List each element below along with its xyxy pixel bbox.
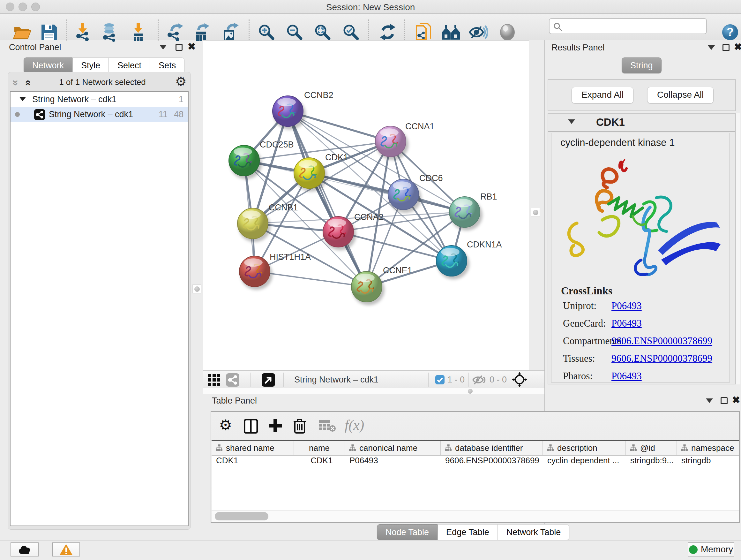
table-panel-float-icon[interactable] xyxy=(721,397,728,404)
table-horizontal-scrollbar[interactable] xyxy=(212,510,739,522)
cloud-services-button[interactable] xyxy=(10,543,39,557)
export-image-button[interactable] xyxy=(219,22,240,43)
graph-node-CCNB2[interactable]: CCNB2 xyxy=(273,90,333,130)
network-row-selected[interactable]: String Network – cdk1 11 48 xyxy=(10,107,188,122)
import-network-database-button[interactable] xyxy=(99,22,120,43)
export-network-button[interactable] xyxy=(165,22,185,43)
save-session-button[interactable] xyxy=(39,22,59,43)
tab-edge-table[interactable]: Edge Table xyxy=(437,524,498,540)
table-cell[interactable]: stringdb:9... xyxy=(626,455,677,470)
crosslink-link[interactable]: P06493 xyxy=(611,300,642,312)
graph-node-HIST1H1A[interactable]: HIST1H1A xyxy=(239,252,311,290)
expand-all-button[interactable]: Expand All xyxy=(571,87,633,104)
tab-network-table[interactable]: Network Table xyxy=(498,524,569,540)
help-button[interactable]: ? xyxy=(720,22,740,43)
column-header-canonical-name[interactable]: canonical name xyxy=(345,441,441,455)
network-graph[interactable]: CCNB2CCNA1CDC25BCDK1CDC6RB1CCNB1CCNA2CDK… xyxy=(203,41,529,370)
table-panel-menu-icon[interactable] xyxy=(706,398,713,403)
fit-content-crosshair-icon[interactable] xyxy=(512,372,527,387)
graph-node-CDKN1A[interactable]: CDKN1A xyxy=(436,240,502,279)
table-cell[interactable]: CDK1 xyxy=(212,455,294,470)
column-header-database-identifier[interactable]: database identifier xyxy=(441,441,543,455)
network-options-gear-icon[interactable]: ⚙ xyxy=(175,74,187,89)
table-cell[interactable]: CDK1 xyxy=(294,455,345,470)
memory-button[interactable]: Memory xyxy=(688,543,734,557)
string-network-icon xyxy=(34,109,45,120)
right-splitter-handle[interactable] xyxy=(531,208,540,217)
function-builder-icon[interactable]: f(x) xyxy=(345,417,364,433)
node-table[interactable]: shared namenamecanonical namedatabase id… xyxy=(212,440,739,511)
selected-checkbox-icon[interactable] xyxy=(435,375,445,384)
crosslink-link[interactable]: 9606.ENSP00000378699 xyxy=(611,353,712,364)
collection-expand-icon[interactable] xyxy=(19,97,26,101)
refresh-button[interactable] xyxy=(378,22,398,43)
tab-network[interactable]: Network xyxy=(23,57,72,73)
open-session-button[interactable] xyxy=(12,22,32,43)
export-network-icon xyxy=(166,23,184,42)
graph-node-CDC6[interactable]: CDC6 xyxy=(388,173,443,213)
add-column-icon[interactable] xyxy=(268,418,283,433)
results-panel-menu-icon[interactable] xyxy=(708,45,715,50)
tab-select[interactable]: Select xyxy=(109,57,150,73)
delete-table-icon[interactable] xyxy=(319,420,336,432)
horizontal-splitter-handle[interactable] xyxy=(468,389,473,394)
column-header-shared-name[interactable]: shared name xyxy=(212,441,294,455)
control-panel-menu-icon[interactable] xyxy=(159,45,166,50)
string-style-icon[interactable] xyxy=(226,373,239,387)
network-collection-row[interactable]: String Network – cdk1 1 xyxy=(10,92,188,107)
graph-node-RB1[interactable]: RB1 xyxy=(449,192,497,231)
tab-node-table[interactable]: Node Table xyxy=(377,524,437,540)
crosslink-label: Tissues: xyxy=(551,353,611,364)
tab-sets[interactable]: Sets xyxy=(150,57,185,73)
tab-string[interactable]: String xyxy=(622,57,662,73)
warnings-button[interactable] xyxy=(52,543,80,557)
collapse-all-button[interactable]: Collapse All xyxy=(647,87,714,104)
enhanced-graphics-toggle-button[interactable] xyxy=(468,22,488,43)
delete-column-trash-icon[interactable] xyxy=(293,418,307,434)
graph-node-label: CDC6 xyxy=(419,173,443,183)
results-panel-float-icon[interactable] xyxy=(723,44,730,51)
expand-all-icon[interactable]: » xyxy=(21,80,33,86)
column-header-namespace[interactable]: namespace xyxy=(677,441,739,455)
control-panel-float-icon[interactable] xyxy=(176,44,183,51)
import-network-file-button[interactable] xyxy=(73,22,93,43)
column-header-@id[interactable]: @id xyxy=(626,441,677,455)
show-graphics-details-button[interactable] xyxy=(497,22,518,43)
search-input[interactable] xyxy=(565,20,702,32)
column-header-description[interactable]: description xyxy=(543,441,626,455)
birds-eye-view-icon[interactable] xyxy=(208,374,221,387)
results-scrollbar[interactable] xyxy=(736,113,740,384)
zoom-fit-button[interactable] xyxy=(313,22,333,43)
graph-node-CCNA1[interactable]: CCNA1 xyxy=(375,122,434,160)
protein-structure-image xyxy=(551,150,730,284)
zoom-selected-button[interactable] xyxy=(341,22,361,43)
zoom-in-button[interactable] xyxy=(256,22,277,43)
crosslink-link[interactable]: 9606.ENSP00000378699 xyxy=(611,335,712,347)
gene-entry-header[interactable]: CDK1 xyxy=(548,114,735,132)
open-in-browser-icon[interactable] xyxy=(262,373,275,387)
string-home-button[interactable] xyxy=(441,22,461,43)
results-panel-close-icon[interactable]: ✖ xyxy=(734,44,741,51)
table-options-gear-icon[interactable]: ⚙ xyxy=(219,416,232,434)
column-header-name[interactable]: name xyxy=(294,441,345,455)
table-cell[interactable]: stringdb xyxy=(677,455,739,470)
table-panel-close-icon[interactable]: ✖ xyxy=(732,396,740,403)
import-table-file-button[interactable] xyxy=(128,22,148,43)
table-cell[interactable]: cyclin-dependent ... xyxy=(543,455,626,470)
table-cell[interactable]: P06493 xyxy=(345,455,441,470)
crosslink-link[interactable]: P06493 xyxy=(611,370,642,382)
hidden-eye-icon[interactable] xyxy=(472,374,486,385)
left-splitter-handle[interactable] xyxy=(192,285,201,294)
network-view-canvas[interactable]: CCNB2CCNA1CDC25BCDK1CDC6RB1CCNB1CCNA2CDK… xyxy=(203,40,529,370)
export-table-button[interactable] xyxy=(192,22,212,43)
tab-style[interactable]: Style xyxy=(72,57,109,73)
scrollbar-thumb[interactable] xyxy=(215,512,268,520)
gene-collapse-icon[interactable] xyxy=(568,119,575,124)
crosslink-link[interactable]: P06493 xyxy=(611,318,642,329)
table-row[interactable]: CDK1CDK1P064939606.ENSP00000378699cyclin… xyxy=(212,455,739,470)
zoom-out-button[interactable] xyxy=(284,22,305,43)
control-panel-close-icon[interactable]: ✖ xyxy=(188,43,196,50)
clone-network-button[interactable] xyxy=(414,22,434,43)
table-cell[interactable]: 9606.ENSP00000378699 xyxy=(441,455,543,470)
show-columns-icon[interactable] xyxy=(244,419,258,434)
